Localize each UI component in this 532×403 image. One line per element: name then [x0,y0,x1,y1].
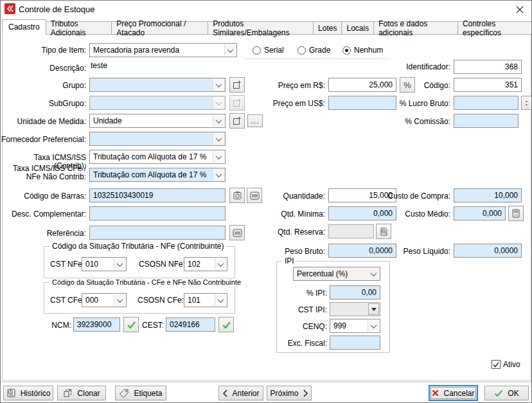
historico-button-label: Histórico [21,389,51,398]
tab-produtos-similares[interactable]: Produtos Similares/Embalagens [208,21,314,35]
ncm-input[interactable]: 39239000 [73,318,120,332]
subgrupo-label: SubGrupo: [26,100,86,108]
custo-medio-input[interactable]: 0,000 [454,206,506,220]
cenq-select[interactable]: 999 [330,319,380,333]
green-check-icon [127,321,136,329]
comissao-label: % Comissão: [386,118,450,126]
radio-nenhum-circle [342,46,351,55]
tab-locais[interactable]: Locais [341,21,374,35]
chevron-down-icon [213,151,224,163]
codigo-input[interactable]: 351 [454,78,522,92]
referencia-label: Referência: [1,229,86,238]
unidade-more-button[interactable]: ... [247,114,263,127]
scale-button[interactable] [229,188,245,203]
ativo-checkbox[interactable]: Ativo [492,360,520,369]
barcode-icon [250,191,260,201]
unidade-select[interactable]: Unidade [89,114,226,128]
lucro-bruto-input[interactable] [454,96,519,110]
dropdown-arrow-icon[interactable] [368,303,379,315]
cst-ipi-label: CST IPI: [283,306,327,314]
tab-tributos-adicionais[interactable]: Tributos Adicionais [46,21,112,35]
tab-lotes[interactable]: Lotes [313,21,342,35]
add-grupo-button[interactable] [229,77,245,93]
taxa-contrib-select[interactable]: Tributação com Alíquota de 17 % [89,150,226,164]
unidade-label: Unidade de Medida: [7,118,86,126]
ncm-validate-button[interactable] [123,317,139,332]
ipi-mode-select[interactable]: Percentual (%) [293,267,380,281]
anterior-button[interactable]: Anterior [218,386,263,400]
exc-fiscal-input[interactable] [330,336,380,350]
reserva-lookup-button[interactable] [376,224,391,239]
referencia-input[interactable] [89,226,226,240]
cst-nfe-select[interactable]: 010 [82,257,127,271]
cst-nfe-value: 010 [85,260,98,269]
barcode-icon [233,228,242,238]
tab-cadastro[interactable]: Cadastro [2,19,46,35]
lucro-bruto-more-button[interactable]: : [521,96,532,110]
tipo-item-select[interactable]: Mercadoria para revenda [89,43,237,57]
desc-complementar-input[interactable] [89,206,226,220]
clonar-button-label: Clonar [77,389,100,398]
ipi-percent-input[interactable]: 0,00 [330,285,380,300]
cst-cfe-group-title: Código da Situação Tributária - CFe e NF… [49,278,244,287]
radio-grade[interactable]: Grade [297,46,330,55]
preco-rs-label: Preço em R$: [261,82,325,90]
csosn-cfe-select[interactable]: 101 [184,293,227,307]
cst-cfe-value: 000 [85,296,98,305]
referencia-barcode-button[interactable] [229,225,245,240]
csosn-cfe-label: CSOSN CFe: [137,296,184,305]
cenq-value: 999 [333,321,346,330]
csosn-nfe-value: 102 [188,260,200,269]
fornecedor-select[interactable] [89,132,226,146]
calculator-button[interactable] [508,206,524,221]
tab-controles-especificos[interactable]: Controles específicos [457,21,532,35]
cst-nfe-group-title: Código da Situação Tributária - NFe (Con… [49,242,226,251]
csosn-nfe-label: CSOSN NFe: [139,260,185,269]
chevron-right-icon [303,390,308,397]
grupo-label: Grupo: [26,82,86,90]
chevron-down-icon [114,294,125,306]
red-x-icon [432,390,439,397]
ipi-mode-value: Percentual (%) [297,269,348,278]
ok-button[interactable]: OK [484,386,529,400]
radio-serial[interactable]: Serial [253,46,284,55]
identificador-input[interactable]: 368 [454,60,522,74]
exc-fiscal-label: Exc. Fiscal: [283,339,327,348]
cest-validate-button[interactable] [218,317,234,332]
historico-button[interactable]: Histórico [3,386,53,400]
plus-square-icon [233,116,242,125]
clonar-button[interactable]: Clonar [57,386,106,400]
proximo-button[interactable]: Próximo [267,386,312,400]
cst-cfe-select[interactable]: 000 [82,293,127,307]
colon-icon: : [526,98,528,107]
etiqueta-button[interactable]: Etiqueta [115,386,166,400]
proximo-button-label: Próximo [270,389,298,398]
comissao-input[interactable] [454,114,519,128]
radio-serial-circle [253,46,261,55]
taxa-nao-contrib-value: Tributação com Alíquota de 17 % [93,170,206,179]
tab-fotos[interactable]: Fotos e dados adicionais [373,21,458,35]
green-check-icon [222,321,231,329]
cancelar-button[interactable]: Cancelar [429,385,478,401]
peso-liquido-input[interactable]: 0,0000 [454,244,522,258]
csosn-nfe-select[interactable]: 102 [184,257,227,271]
cest-input[interactable]: 0249166 [166,318,215,332]
window-title: Controle de Estoque [19,4,95,14]
ipi-percent-label: % IPI: [283,289,327,298]
chevron-down-icon [215,258,226,270]
codigo-barras-input[interactable]: 10325103430019 [89,188,226,202]
barcode-button[interactable] [247,188,262,203]
descricao-input[interactable]: teste [91,62,107,70]
plus-square-icon [233,98,242,107]
tab-preco-promocional[interactable]: Preço Promocional / Atacado [111,21,208,35]
chevron-down-icon [213,79,224,91]
chevron-down-icon [114,258,125,270]
custo-compra-input[interactable]: 10,000 [454,188,522,202]
taxa-nao-contrib-select[interactable]: Tributação com Alíquota de 17 % [89,168,226,182]
radio-nenhum[interactable]: Nenhum [342,46,383,55]
grupo-select[interactable] [89,78,226,92]
add-unidade-button[interactable] [229,113,245,129]
codigo-label: Código: [386,82,450,90]
chevron-down-icon [368,320,379,332]
close-icon[interactable] [511,3,529,17]
